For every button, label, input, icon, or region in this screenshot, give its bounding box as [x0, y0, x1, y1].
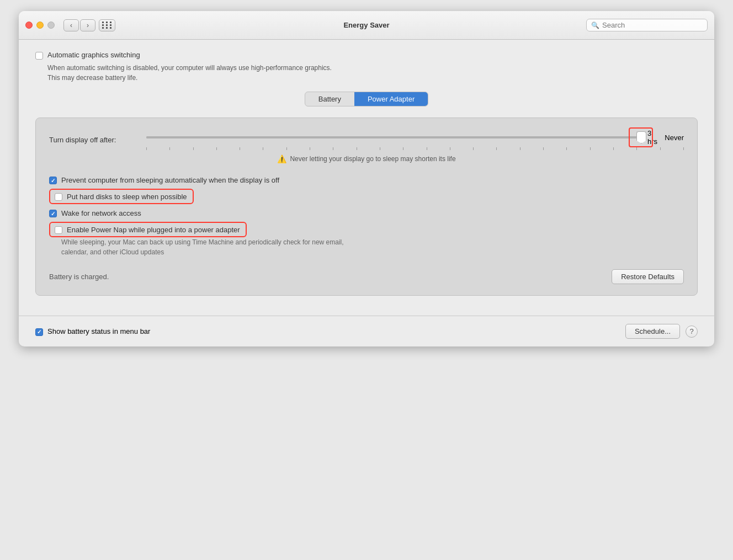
- warning-text: Never letting your display go to sleep m…: [290, 155, 455, 163]
- settings-panel: Turn display off after: 3 hrs Never: [35, 118, 698, 296]
- show-battery-checkbox[interactable]: [35, 328, 43, 336]
- back-button[interactable]: ‹: [63, 19, 79, 31]
- hard-disk-sleep-label: Put hard disks to sleep when possible: [67, 193, 187, 201]
- slider-end-text: 3 hrs Never: [647, 129, 684, 146]
- hard-disk-row-container: Put hard disks to sleep when possible: [49, 189, 684, 204]
- search-icon: 🔍: [591, 22, 599, 29]
- power-nap-checkbox[interactable]: [55, 226, 62, 234]
- slider-hours-label: 3 hrs: [647, 129, 660, 146]
- tabs-container: Battery Power Adapter: [35, 92, 698, 106]
- close-button[interactable]: [25, 22, 33, 29]
- warning-row: ⚠️ Never letting your display go to slee…: [49, 154, 684, 163]
- battery-status: Battery is charged.: [49, 273, 109, 281]
- main-window: ‹ › Energy Saver 🔍 Automatic graphics sw…: [19, 11, 714, 346]
- show-battery-label: Show battery status in menu bar: [47, 327, 150, 335]
- grid-icon: [102, 22, 113, 29]
- grid-button[interactable]: [99, 19, 115, 31]
- power-nap-row-container: Enable Power Nap while plugged into a po…: [49, 222, 684, 259]
- search-bar[interactable]: 🔍: [586, 19, 708, 31]
- slider-thumb[interactable]: [636, 131, 646, 143]
- slider-track[interactable]: [146, 136, 642, 138]
- warning-icon: ⚠️: [277, 154, 286, 163]
- bottom-bar: Show battery status in menu bar Schedule…: [19, 316, 714, 346]
- search-input[interactable]: [602, 21, 703, 29]
- prevent-sleep-checkbox[interactable]: [49, 177, 57, 184]
- option-prevent-sleep: Prevent computer from sleeping automatic…: [49, 172, 684, 188]
- tick-marks: [146, 147, 684, 150]
- content-area: Automatic graphics switching When automa…: [19, 40, 714, 316]
- slider-never-label: Never: [665, 134, 684, 142]
- slider-row: Turn display off after: 3 hrs Never: [49, 129, 684, 150]
- bottom-left: Show battery status in menu bar: [35, 327, 150, 336]
- maximize-button[interactable]: [47, 22, 55, 29]
- help-button[interactable]: ?: [686, 326, 698, 338]
- slider-top-row: 3 hrs Never: [146, 129, 684, 146]
- prevent-sleep-label: Prevent computer from sleeping automatic…: [61, 176, 279, 184]
- auto-graphics-label: Automatic graphics switching: [47, 51, 140, 59]
- wake-network-label: Wake for network access: [61, 209, 141, 217]
- wake-network-checkbox[interactable]: [49, 210, 57, 217]
- bottom-right: Schedule... ?: [625, 324, 698, 339]
- nav-buttons: ‹ ›: [63, 19, 95, 31]
- panel-bottom: Battery is charged. Restore Defaults: [49, 269, 684, 284]
- traffic-lights: [25, 22, 55, 29]
- schedule-button[interactable]: Schedule...: [625, 324, 680, 339]
- power-nap-description: While sleeping, your Mac can back up usi…: [61, 237, 684, 259]
- option-wake-network: Wake for network access: [49, 205, 684, 221]
- auto-graphics-description: When automatic switching is disabled, yo…: [47, 63, 698, 83]
- tab-power-adapter[interactable]: Power Adapter: [354, 92, 428, 106]
- forward-icon: ›: [87, 22, 89, 29]
- back-icon: ‹: [70, 22, 72, 29]
- titlebar: ‹ › Energy Saver 🔍: [19, 11, 714, 40]
- power-nap-highlight-box: Enable Power Nap while plugged into a po…: [49, 222, 247, 237]
- window-title: Energy Saver: [343, 21, 389, 29]
- forward-button[interactable]: ›: [80, 19, 95, 31]
- hard-disk-highlight-box: Put hard disks to sleep when possible: [49, 189, 194, 204]
- auto-graphics-row: Automatic graphics switching: [35, 51, 698, 60]
- slider-label: Turn display off after:: [49, 136, 137, 144]
- minimize-button[interactable]: [36, 22, 44, 29]
- options-section: Prevent computer from sleeping automatic…: [49, 172, 684, 260]
- auto-graphics-checkbox[interactable]: [35, 52, 43, 60]
- restore-defaults-button[interactable]: Restore Defaults: [612, 269, 684, 284]
- tab-battery[interactable]: Battery: [305, 92, 354, 106]
- hard-disk-sleep-checkbox[interactable]: [55, 193, 62, 201]
- tabs: Battery Power Adapter: [305, 92, 428, 106]
- power-nap-label: Enable Power Nap while plugged into a po…: [67, 226, 240, 234]
- slider-wrapper: 3 hrs Never: [146, 129, 684, 150]
